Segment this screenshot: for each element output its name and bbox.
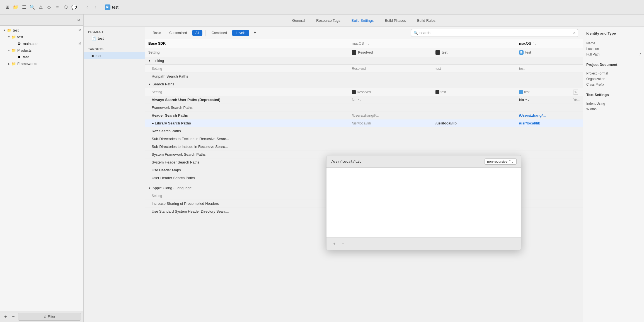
tree-label-products: Products: [17, 48, 32, 52]
tree-badge-m2: M: [79, 42, 81, 45]
nav-forward-button[interactable]: ›: [92, 4, 99, 11]
popup-remove-button[interactable]: −: [340, 241, 347, 247]
filter-label: Filter: [48, 315, 55, 319]
sidebar-item-test-root[interactable]: 📁 test M: [0, 27, 83, 33]
search-input[interactable]: [420, 31, 571, 35]
folder-yellow-icon: 📁: [7, 28, 12, 33]
tab-general[interactable]: General: [287, 17, 311, 24]
warning-icon[interactable]: ⚠: [38, 4, 43, 10]
runpath-label: Runpath Search Paths: [145, 74, 348, 78]
sp-resolved-icon: [352, 90, 356, 94]
sidebar-item-main-cpp[interactable]: ⚙ main.cpp M: [0, 40, 83, 47]
bubble-icon[interactable]: 💬: [71, 4, 77, 10]
use-standard-label: Use Standard System Header Directory Sea…: [145, 209, 348, 213]
tree-arrow-frameworks: [7, 61, 11, 66]
fullpath-row: Full Path /: [586, 52, 641, 56]
subdirs-exclude-row[interactable]: Sub-Directories to Exclude in Recursive …: [145, 135, 583, 143]
grid-icon[interactable]: ⊞: [4, 4, 10, 10]
base-sdk-left: macOS ⌃⌄: [348, 41, 432, 45]
popup-add-button[interactable]: +: [331, 241, 338, 247]
library-search-label: ▶ Library Search Paths: [145, 121, 348, 125]
sp-subheader-row: Setting Resolved test test: [145, 88, 583, 96]
linking-chevron: ▼: [148, 59, 151, 62]
tab-resource-tags[interactable]: Resource Tags: [311, 17, 346, 24]
cpp-file-icon: ⚙: [17, 41, 22, 46]
sidebar-item-frameworks[interactable]: 📁 Frameworks: [0, 60, 83, 67]
rez-search-row[interactable]: Rez Search Paths: [145, 127, 583, 135]
project-section: PROJECT: [84, 27, 145, 35]
linking-section-header[interactable]: ▼ Linking: [145, 57, 583, 65]
nav-back-button[interactable]: ‹: [84, 4, 91, 11]
search-box: 🔍 ✕: [411, 29, 578, 37]
framework-search-row[interactable]: Framework Search Paths: [145, 104, 583, 112]
searchpaths-chevron: ▼: [148, 83, 151, 86]
sp-subheader-action: ✎: [572, 90, 583, 95]
file-icon: [105, 4, 110, 10]
runpath-row[interactable]: Runpath Search Paths: [145, 73, 583, 80]
sidebar-remove-button[interactable]: −: [10, 313, 17, 320]
target-item-label: test: [95, 54, 101, 58]
shape-icon[interactable]: ◇: [46, 4, 52, 10]
filter-levels-button[interactable]: Levels: [232, 30, 250, 36]
sp-subheader-resolved: Resolved: [348, 90, 432, 94]
popup-recursive-dropdown[interactable]: non-recursive ⌃⌄: [485, 158, 517, 165]
organization-row: Organization: [586, 77, 641, 81]
framework-search-label: Framework Search Paths: [145, 105, 348, 110]
tab-build-settings[interactable]: Build Settings: [346, 17, 379, 24]
test2-icon: 📄: [519, 50, 524, 55]
project-doc-title: Project Document: [586, 63, 641, 69]
header-search-row[interactable]: Header Search Paths /Users/zhang/P... /U…: [145, 112, 583, 119]
resolved-subheader: Resolved: [348, 67, 432, 71]
increase-sharing-label: Increase Sharing of Precompiled Headers: [145, 201, 348, 206]
filter-basic-button[interactable]: Basic: [149, 30, 164, 36]
project-nav-item[interactable]: 📄 test: [84, 35, 145, 42]
list-icon[interactable]: ☰: [21, 4, 27, 10]
project-format-label: Project Format: [586, 71, 608, 75]
searchpaths-section-header[interactable]: ▼ Search Paths: [145, 80, 583, 88]
library-search-test1: /usr/local/lib: [432, 121, 516, 125]
target-nav-item[interactable]: ■ test: [84, 52, 145, 59]
menu-icon[interactable]: ≡: [55, 4, 60, 10]
sidebar-add-button[interactable]: +: [2, 313, 9, 320]
folder-icon[interactable]: 📁: [13, 4, 18, 10]
tag-icon[interactable]: ⬡: [63, 4, 69, 10]
tab-build-rules[interactable]: Build Rules: [411, 17, 441, 24]
filter-combined-button[interactable]: Combined: [208, 30, 230, 36]
setting-subheader-row: Setting Resolved test test: [145, 65, 583, 73]
tree-label-frameworks: Frameworks: [17, 62, 37, 66]
project-nav: PROJECT 📄 test TARGETS ■ test: [84, 27, 145, 322]
tree-arrow-maincpp: [12, 41, 17, 46]
always-search-row[interactable]: Always Search User Paths (Deprecated) No…: [145, 96, 583, 104]
tab-build-phases[interactable]: Build Phases: [379, 17, 411, 24]
sysframework-label: System Framework Search Paths: [145, 152, 348, 157]
indent-using-label: Indent Using: [586, 102, 605, 105]
tree-label-test-root: test: [13, 28, 19, 32]
nav-tabs: General Resource Tags Build Settings Bui…: [84, 15, 644, 27]
target-icon: ■: [17, 54, 22, 59]
fullpath-label: Full Path: [586, 52, 599, 56]
sidebar-item-test-sub[interactable]: 📁 test: [0, 33, 83, 40]
filter-all-button[interactable]: All: [192, 30, 202, 36]
settings-add-button[interactable]: +: [251, 29, 259, 37]
filter-customized-button[interactable]: Customized: [166, 30, 190, 36]
sidebar-item-test-product[interactable]: ■ test: [0, 54, 83, 60]
library-search-row[interactable]: ▶ Library Search Paths /usr/local/lib /u…: [145, 119, 583, 127]
sidebar-item-products[interactable]: 📁 Products: [0, 47, 83, 54]
project-format-row: Project Format: [586, 71, 641, 75]
subdirs-include-row[interactable]: Sub-Directories to Include in Recursive …: [145, 143, 583, 151]
search-icon[interactable]: 🔍: [30, 4, 35, 10]
sidebar-filter-button[interactable]: ⊙ Filter: [18, 313, 81, 321]
searchpaths-label: ▼ Search Paths: [145, 82, 348, 86]
header-test2: 📄 test: [516, 50, 572, 55]
clang-setting-label: Setting: [145, 194, 348, 198]
popup-footer: + −: [326, 237, 521, 250]
widths-row: Widths: [586, 107, 641, 111]
test1-icon: [435, 50, 440, 55]
search-clear-icon[interactable]: ✕: [573, 31, 576, 35]
tree-arrow-products: [7, 48, 11, 52]
resolved-icon: [352, 50, 356, 55]
yes-label: Ye...: [573, 98, 580, 102]
class-prefix-row: Class Prefix: [586, 83, 641, 86]
popup-dropdown-arrow: ⌃⌄: [509, 160, 514, 164]
filter-icon: ⊙: [44, 315, 47, 319]
